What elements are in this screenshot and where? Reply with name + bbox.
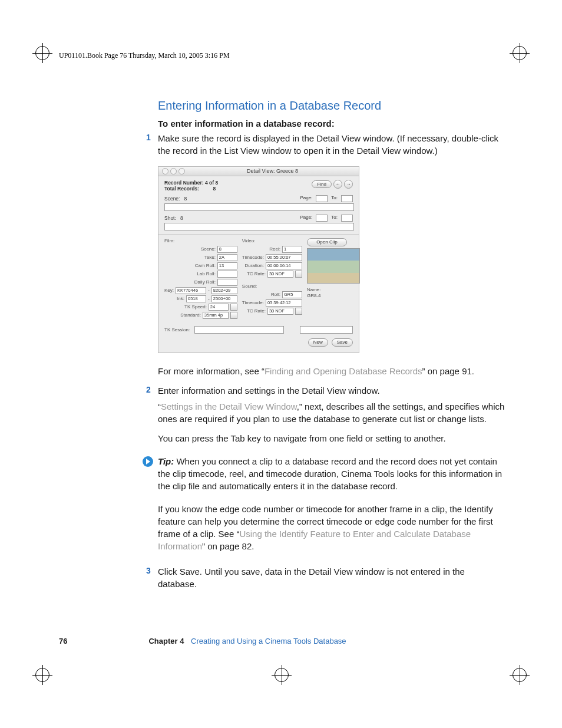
chapter-title: Creating and Using a Cinema Tools Databa… [191,637,346,645]
film-scene-label: Scene: [201,246,216,252]
page-to-input-2[interactable] [341,215,353,222]
total-records-label: Total Records: [164,186,199,192]
tcrate-label: TC Rate: [247,271,266,277]
sound-rate-label: TC Rate: [247,308,266,314]
shot-desc-input[interactable] [164,223,354,230]
tcrate-select-video[interactable]: 30 NDF [267,271,293,278]
film-group-title: Film: [164,238,237,244]
page-label-2: Page: [300,215,312,222]
clip-name-value: GR8-4 [307,293,360,299]
page-to-input[interactable] [341,195,353,202]
cam-roll-input[interactable]: 13 [217,262,237,269]
key-input-2[interactable]: 8202+09 [211,287,237,294]
page-input[interactable] [316,195,328,202]
tcrate-select-sound[interactable]: 30 NDF [267,308,293,315]
right-bottom-input[interactable] [300,326,353,334]
sound-roll-input[interactable]: GR5 [282,291,302,298]
clip-name-label: Name: [307,287,360,293]
lab-roll-input[interactable] [217,271,237,278]
video-group-title: Video: [242,238,302,244]
crop-mark-icon [35,46,49,60]
key-input-1[interactable]: KK770446 [176,287,206,294]
body-text: For more information, see “ [158,366,265,376]
duration-label: Duration: [244,263,263,269]
duration-input[interactable]: 00:00:06:14 [266,262,302,269]
chapter-label: Chapter 4 [148,637,184,645]
film-scene-input[interactable]: 8 [217,246,237,253]
total-records-value: 8 [213,186,216,192]
cam-roll-label: Cam Roll: [195,263,216,269]
step-number: 2 [146,384,151,396]
sound-tc-input[interactable]: 03:39:42:12 [266,299,302,307]
tk-speed-stepper[interactable] [230,304,237,311]
zoom-icon[interactable] [178,168,185,174]
scene-desc-input[interactable] [164,203,354,211]
tcrate-stepper-sound[interactable] [295,308,302,315]
daily-roll-label: Daily Roll: [194,279,216,285]
prev-record-button[interactable]: ← [333,180,342,189]
to-label-2: To: [331,215,338,222]
crop-mark-icon [513,668,527,682]
xref-link[interactable]: Settings in the Detail View Window [161,401,297,411]
standard-label: Standard: [180,312,201,318]
page-label: Page: [300,195,312,202]
shot-value: 8 [180,215,183,221]
standard-select[interactable]: 35mm 4p [203,312,229,319]
clip-thumbnail [307,248,360,284]
page-input-2[interactable] [316,215,328,222]
daily-roll-input[interactable] [217,279,237,286]
sound-group-title: Sound: [242,284,302,289]
ink-input-1[interactable]: 0518 [186,295,206,302]
scene-value: 8 [184,196,187,202]
xref-link[interactable]: Finding and Opening Database Records [265,366,422,376]
window-title: Detail View: Greece 8 [190,168,355,174]
step-text: Make sure the record is displayed in the… [158,133,498,156]
step-text: Click Save. Until you save, data in the … [158,566,465,589]
crop-mark-icon [275,668,289,682]
sound-roll-label: Roll: [271,292,280,298]
close-icon[interactable] [162,168,168,174]
page-number: 76 [59,637,67,645]
key-label: Key: [164,288,174,294]
next-record-button[interactable]: → [344,180,353,189]
reel-input[interactable]: 1 [282,246,302,253]
record-number-line: Record Number: 4 of 8 [164,180,218,186]
ink-label: Ink: [177,296,184,302]
body-text: You can press the Tab key to navigate fr… [158,432,505,444]
tk-session-input[interactable] [194,326,284,334]
open-clip-button[interactable]: Open Clip [307,238,347,246]
detail-view-window: Detail View: Greece 8 Record Number: 4 o… [158,166,359,353]
scene-label: Scene: [164,196,180,202]
body-text: ” on page 82. [202,541,254,551]
shot-label: Shot: [164,215,176,221]
lab-roll-label: Lab Roll: [197,271,216,277]
page-header-line: UP01101.Book Page 76 Thursday, March 10,… [59,51,230,60]
tip-label: Tip: [158,456,174,466]
tk-session-label: TK Session: [164,327,190,333]
film-take-label: Take: [204,255,216,261]
tk-speed-input[interactable]: 24 [209,304,229,311]
step-number: 1 [146,132,151,144]
timecode-input[interactable]: 06:55:20:07 [266,254,302,261]
to-label: To: [331,195,338,202]
minimize-icon[interactable] [170,168,177,174]
crop-mark-icon [35,668,49,682]
save-button[interactable]: Save [332,338,353,347]
new-button[interactable]: New [308,338,328,347]
film-take-input[interactable]: 2A [217,254,237,261]
timecode-label: Timecode: [242,255,264,261]
crop-mark-icon [513,46,527,60]
intro-line: To enter information in a database recor… [158,117,505,130]
find-button[interactable]: Find [312,180,332,189]
standard-stepper[interactable] [230,312,237,319]
tip-icon [143,456,153,467]
step-text: Enter information and settings in the De… [158,386,380,396]
step-number: 3 [146,565,151,577]
tcrate-stepper-video[interactable] [295,271,302,278]
body-text: ” on page 91. [422,366,474,376]
ink-input-2[interactable]: 2500+00 [211,295,237,302]
reel-label: Reel: [269,246,280,252]
tk-speed-label: TK Speed: [184,304,207,310]
section-title: Entering Information in a Database Recor… [158,97,505,114]
tip-text: When you connect a clip to a database re… [158,456,502,491]
